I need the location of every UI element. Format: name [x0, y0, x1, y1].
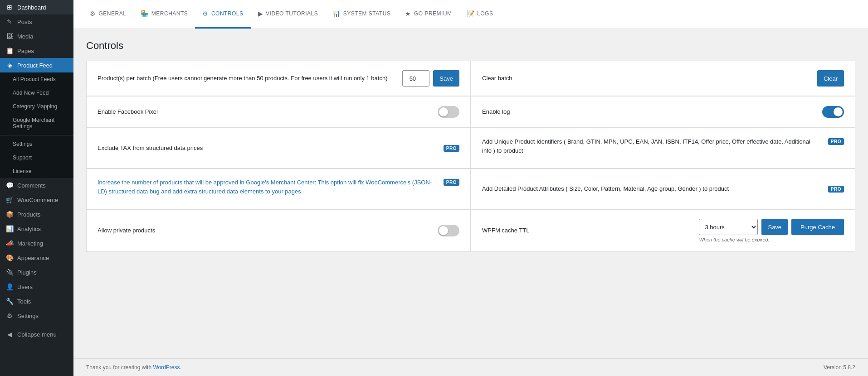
sidebar-item-users[interactable]: 👤 Users — [0, 280, 73, 294]
tab-go-premium[interactable]: ★ GO PREMIUM — [398, 0, 459, 29]
increase-approved-pro-badge: PRO — [444, 179, 459, 186]
unique-product-ids-controls: PRO — [828, 138, 844, 145]
sidebar-item-media[interactable]: 🖼 Media — [0, 29, 73, 43]
merchants-tab-icon: 🏪 — [141, 10, 149, 17]
cache-save-button[interactable]: Save — [761, 219, 788, 235]
tab-merchants[interactable]: 🏪 MERCHANTS — [133, 0, 195, 29]
sidebar-item-settings[interactable]: Settings — [0, 137, 73, 151]
enable-log-toggle[interactable] — [822, 106, 844, 118]
cache-purge-button[interactable]: Purge Cache — [791, 219, 844, 235]
sidebar-item-products[interactable]: 📦 Products — [0, 207, 73, 222]
card-wpfm-cache: WPFM cache TTL 1 hour 2 hours 3 hours 6 … — [471, 209, 855, 252]
premium-tab-icon: ★ — [405, 10, 411, 17]
plugins-icon: 🔌 — [5, 269, 14, 276]
detailed-attributes-pro-badge: PRO — [828, 186, 844, 193]
cache-row: 1 hour 2 hours 3 hours 6 hours 12 hours … — [699, 219, 844, 242]
wpfm-cache-controls: 1 hour 2 hours 3 hours 6 hours 12 hours … — [699, 219, 844, 242]
products-per-batch-save-button[interactable]: Save — [433, 70, 459, 87]
clear-batch-text: Clear batch — [482, 74, 817, 83]
controls-tab-icon: ⚙ — [202, 10, 209, 17]
sidebar-item-product-feed[interactable]: ◈ Product Feed — [0, 58, 73, 72]
tab-video-tutorials[interactable]: ▶ VIDEO TUTORIALS — [251, 0, 326, 29]
sidebar-item-comments[interactable]: 💬 Comments — [0, 178, 73, 193]
footer-wordpress-link[interactable]: WordPress — [153, 364, 180, 371]
analytics-icon: 📊 — [5, 225, 14, 232]
cache-controls-inner: 1 hour 2 hours 3 hours 6 hours 12 hours … — [699, 219, 844, 235]
card-allow-private: Allow private products — [86, 209, 471, 252]
users-icon: 👤 — [5, 283, 14, 290]
clear-batch-controls: Clear — [817, 70, 844, 87]
unique-product-ids-pro-badge: PRO — [828, 138, 844, 145]
sidebar-item-license[interactable]: License — [0, 164, 73, 178]
dashboard-icon: ⊞ — [5, 4, 14, 11]
increase-approved-controls: PRO — [444, 179, 459, 186]
exclude-tax-controls: PRO — [444, 145, 459, 152]
products-per-batch-input[interactable] — [402, 70, 429, 87]
sidebar-item-appearance[interactable]: 🎨 Appearance — [0, 251, 73, 265]
card-exclude-tax: Exclude TAX from structured data prices … — [86, 128, 471, 169]
detailed-attributes-controls: PRO — [828, 186, 844, 193]
tab-system-status[interactable]: 📊 SYSTEM STATUS — [325, 0, 398, 29]
pages-icon: 📋 — [5, 47, 14, 54]
sidebar-item-marketing[interactable]: 📣 Marketing — [0, 236, 73, 251]
products-icon: 📦 — [5, 211, 14, 218]
cache-ttl-select[interactable]: 1 hour 2 hours 3 hours 6 hours 12 hours … — [699, 219, 758, 235]
tools-icon: 🔧 — [5, 298, 14, 305]
enable-log-controls — [822, 106, 844, 118]
comments-icon: 💬 — [5, 182, 14, 189]
product-feed-icon: ◈ — [5, 62, 14, 69]
sidebar-item-settings-main[interactable]: ⚙ Settings — [0, 309, 73, 323]
card-increase-approved: Increase the number of products that wil… — [86, 169, 471, 209]
detailed-attributes-text: Add Detailed Product Attributes ( Size, … — [482, 184, 828, 193]
submenu-divider — [0, 135, 73, 135]
toggle-thumb-log — [834, 107, 843, 116]
sidebar-item-support[interactable]: Support — [0, 151, 73, 164]
enable-log-text: Enable log — [482, 107, 822, 116]
sidebar-item-woocommerce[interactable]: 🛒 WooCommerce — [0, 193, 73, 207]
enable-fb-pixel-controls — [438, 106, 459, 118]
content-area: Controls Product(s) per batch (Free user… — [73, 29, 868, 358]
cards-grid: Product(s) per batch (Free users cannot … — [86, 61, 855, 252]
increase-approved-text: Increase the number of products that wil… — [98, 178, 444, 196]
sidebar-item-google-merchant[interactable]: Google Merchant Settings — [0, 113, 73, 133]
sidebar-item-dashboard[interactable]: ⊞ Dashboard — [0, 0, 73, 14]
sidebar-divider-bottom — [0, 325, 73, 325]
footer-left: Thank you for creating with WordPress. — [86, 364, 181, 371]
card-unique-product-ids: Add Unique Product Identifiers ( Brand, … — [471, 128, 855, 169]
sidebar-item-all-product-feeds[interactable]: All Product Feeds — [0, 72, 73, 86]
tab-controls[interactable]: ⚙ CONTROLS — [195, 0, 250, 29]
logs-tab-icon: 📝 — [467, 10, 475, 17]
card-clear-batch: Clear batch Clear — [471, 61, 855, 96]
main-area: ⚙ GENERAL 🏪 MERCHANTS ⚙ CONTROLS ▶ VIDEO… — [73, 0, 868, 376]
allow-private-text: Allow private products — [98, 226, 438, 235]
general-tab-icon: ⚙ — [90, 10, 96, 17]
footer-version: Version 5.8.2 — [824, 364, 855, 371]
allow-private-toggle[interactable] — [438, 225, 459, 236]
sidebar-item-collapse[interactable]: ◀ Collapse menu — [0, 327, 73, 342]
media-icon: 🖼 — [5, 33, 14, 40]
card-products-per-batch: Product(s) per batch (Free users cannot … — [86, 61, 471, 96]
woocommerce-icon: 🛒 — [5, 196, 14, 203]
card-detailed-attributes: Add Detailed Product Attributes ( Size, … — [471, 169, 855, 209]
sidebar-item-posts[interactable]: ✎ Posts — [0, 14, 73, 29]
sidebar-item-analytics[interactable]: 📊 Analytics — [0, 222, 73, 236]
clear-batch-button[interactable]: Clear — [817, 70, 844, 87]
tab-general[interactable]: ⚙ GENERAL — [83, 0, 133, 29]
appearance-icon: 🎨 — [5, 254, 14, 261]
sidebar-item-add-new-feed[interactable]: Add New Feed — [0, 86, 73, 100]
card-enable-log: Enable log — [471, 96, 855, 128]
sidebar-item-plugins[interactable]: 🔌 Plugins — [0, 265, 73, 280]
tab-logs[interactable]: 📝 LOGS — [459, 0, 501, 29]
products-per-batch-text: Product(s) per batch (Free users cannot … — [98, 74, 402, 83]
sidebar-item-category-mapping[interactable]: Category Mapping — [0, 100, 73, 113]
posts-icon: ✎ — [5, 18, 14, 25]
cache-hint: When the cache will be expired. — [699, 237, 844, 242]
exclude-tax-text: Exclude TAX from structured data prices — [98, 144, 444, 153]
sidebar-item-pages[interactable]: 📋 Pages — [0, 43, 73, 58]
unique-product-ids-text: Add Unique Product Identifiers ( Brand, … — [482, 137, 828, 155]
video-tab-icon: ▶ — [258, 10, 263, 17]
enable-fb-pixel-toggle[interactable] — [438, 106, 459, 118]
sidebar-item-tools[interactable]: 🔧 Tools — [0, 294, 73, 309]
sidebar: ⊞ Dashboard ✎ Posts 🖼 Media 📋 Pages ◈ Pr… — [0, 0, 73, 376]
collapse-icon: ◀ — [5, 331, 14, 338]
